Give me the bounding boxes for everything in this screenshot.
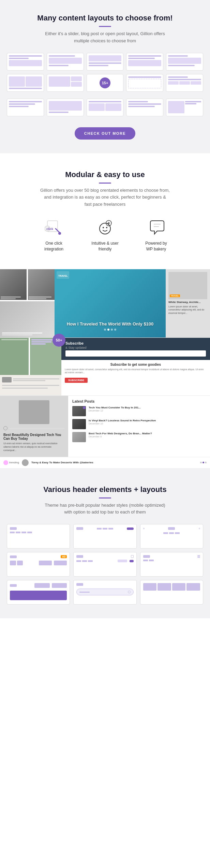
post-info-3: Best Tech For Web Designers, Do Bran... … [89,432,206,438]
trending-label: trending [9,461,19,464]
ht-logo-2 [76,527,83,530]
section3-subtitle: Theme has pre-built popular header style… [40,502,170,516]
post-title-3: Best Tech For Web Designers, Do Bran... … [89,432,206,435]
goodies-description: Lorem ipsum dolor sit amet, consectetur … [65,368,207,375]
feature-one-click: click One clickintegration [35,218,73,252]
section-layouts: Many content layouts to choose from! Eit… [0,0,210,153]
layout-thumb-8 [126,74,163,92]
header-thumb-1 [7,524,70,549]
printer-thumb [0,301,55,337]
header-thumb-9 [140,580,203,605]
ht-nav-2 [97,528,113,530]
laptop-thumb [28,269,55,300]
header-thumb-4: AD [7,552,70,577]
blog-right-description: Lorem ipsum dolor sit amet, consectetur … [168,305,207,315]
section2-title: Modular & easy to use [10,170,200,179]
dot-4 [114,329,116,331]
section1-divider [99,26,111,27]
section3-divider [99,497,111,498]
latest-posts-col: Latest Posts Tech You Must Consider To B… [68,396,210,457]
printer-image [19,400,49,424]
header-thumb-5 [73,552,136,577]
pagination-dots [200,462,207,463]
layout-thumb-12 [87,99,124,116]
author-name: Torey & Easy To Make Desserts With @bake… [31,461,93,464]
header-thumb-8 [73,580,136,605]
ht-nav-3 [163,532,180,534]
section1-title: Many content layouts to choose from! [7,14,203,23]
header-thumb-2 [73,524,136,549]
layout-thumb-5 [166,53,203,71]
ht-search-8[interactable] [76,589,133,595]
food-thumbs: 50+ [0,338,61,375]
ht-4boxes-9 [143,583,200,591]
ht-small-boxes-4 [10,561,23,565]
best-tech-col: Best Beautifully Designed Tech You Can B… [0,396,68,457]
subscribe-body: Subscribe to get some goodies Lorem ipsu… [61,360,210,395]
ht-menu-icon-5 [131,555,134,558]
section2-divider [99,183,111,184]
layout-thumb-14 [166,99,203,116]
feature-intuitive-label: Intuitive & userfriendly [91,241,118,252]
post-info-2: Is Vinyl Back? Lossless Sound In Retro P… [89,419,206,425]
layout-thumb-11 [47,99,84,116]
ht-logo-3 [168,527,175,530]
post-meta-3: December 8 [89,435,206,438]
blog-left-col [0,269,55,337]
svg-point-5 [103,227,104,228]
layouts-grid-row1 [7,53,203,71]
subscribe-title: Subscribe [65,341,206,345]
layout-thumb-13 [126,99,163,116]
ht-logo-5 [76,555,83,558]
ht-logo-1 [10,527,17,530]
badge-50: 50+ [52,334,65,347]
badge-15: 15+ [100,77,110,88]
blog-row2-right: Subscribe & Stay updated Subscribe to ge… [61,338,210,395]
blog-center-title: How I Traveled The World With Only $100 [55,321,166,327]
dot-2 [107,329,109,331]
feature-intuitive: Intuitive & userfriendly [86,218,124,252]
feature-wpbakery-label: Powered byWP bakery [145,241,167,252]
ht-purple-box-7 [10,591,67,600]
best-tech-title: Best Beautifully Designed Tech You Can B… [3,433,65,440]
section-headers: Various header elements + layouts Theme … [0,468,210,619]
ht-logo-6 [143,555,150,558]
ht-nav-1 [10,532,32,533]
section1-subtitle: Either it's a slider, blog post or open … [40,30,170,45]
layout-thumb-10 [7,99,44,116]
post-info-1: Tech You Must Consider To Buy In 201... … [89,406,206,412]
subscribe-input[interactable] [65,350,206,357]
header-thumb-3 [140,524,203,549]
dot-1 [104,329,106,331]
ht-nav-6 [143,560,154,561]
blog-showcase: TRAVEL How I Traveled The World With Onl… [0,269,210,468]
layout-thumb-7 [47,74,84,92]
section3-title: Various header elements + layouts [7,485,203,494]
ht-logo-8 [76,583,83,586]
post-meta-2: December 10 [89,422,206,425]
ad-badge: AD [61,555,67,558]
post-meta-1: December 12 [89,409,206,412]
layout-thumb-4 [126,53,163,71]
post-title-1: Tech You Must Consider To Buy In 201... [89,406,206,409]
subscribe-header: Subscribe & Stay updated [61,338,210,360]
face-icon [95,218,115,237]
blog-row2-left: 50+ [0,338,61,395]
svg-text:click: click [46,227,54,231]
blog-center-overlay: How I Traveled The World With Only $100 [55,321,166,331]
latest-posts-title: Latest Posts [72,399,206,403]
svg-point-4 [100,223,110,234]
subscribe-button[interactable]: SUBSCRIBE [65,378,88,383]
trending-icon: trending [3,460,19,465]
layout-thumb-2 [47,53,84,71]
post-thumb-clock [72,406,86,416]
white-stairway-label: White Stairway, Archite... [168,301,207,304]
ht-logo-7 [10,584,17,587]
features-row: click One clickintegration [10,218,200,252]
ht-btn-5 [130,560,134,562]
watch-thumb [0,269,27,300]
checkout-more-button[interactable]: CHECK OUT MORE [75,127,135,140]
post-item-1: Tech You Must Consider To Buy In 201... … [72,406,206,416]
section-modular: Modular & easy to use Gillion offers you… [0,153,210,269]
layout-thumb-badge: 15+ [87,74,124,92]
